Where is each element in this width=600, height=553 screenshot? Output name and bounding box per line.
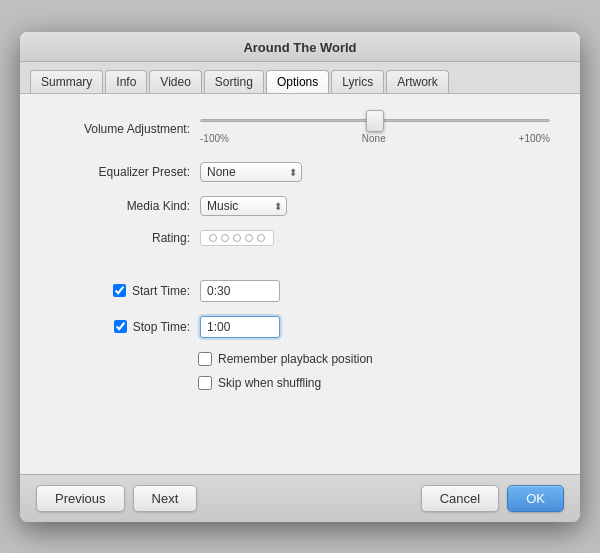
start-time-input[interactable] bbox=[200, 280, 280, 302]
volume-min-label: -100% bbox=[200, 133, 229, 144]
title-bar: Around The World bbox=[20, 32, 580, 62]
stop-time-row: Stop Time: bbox=[50, 316, 550, 338]
start-time-row: Start Time: bbox=[50, 280, 550, 302]
spacer bbox=[50, 260, 550, 280]
volume-section: Volume Adjustment: -100% None +100% bbox=[50, 114, 550, 144]
skip-shuffle-checkbox[interactable] bbox=[198, 376, 212, 390]
volume-label: Volume Adjustment: bbox=[50, 122, 190, 136]
tab-lyrics[interactable]: Lyrics bbox=[331, 70, 384, 93]
footer: Previous Next Cancel OK bbox=[20, 474, 580, 522]
stop-time-label-container: Stop Time: bbox=[50, 320, 190, 334]
media-kind-row: Media Kind: Music Movie TV Show Podcast … bbox=[50, 196, 550, 216]
remember-playback-checkbox[interactable] bbox=[198, 352, 212, 366]
cancel-button[interactable]: Cancel bbox=[421, 485, 499, 512]
start-time-label: Start Time: bbox=[132, 284, 190, 298]
tab-artwork[interactable]: Artwork bbox=[386, 70, 449, 93]
volume-none-label: None bbox=[362, 133, 386, 144]
skip-shuffle-row: Skip when shuffling bbox=[198, 376, 550, 390]
rating-dot-3[interactable] bbox=[233, 234, 241, 242]
next-button[interactable]: Next bbox=[133, 485, 198, 512]
rating-dot-2[interactable] bbox=[221, 234, 229, 242]
rating-label: Rating: bbox=[50, 231, 190, 245]
skip-shuffle-label: Skip when shuffling bbox=[218, 376, 321, 390]
equalizer-label: Equalizer Preset: bbox=[50, 165, 190, 179]
ok-button[interactable]: OK bbox=[507, 485, 564, 512]
remember-playback-label: Remember playback position bbox=[218, 352, 373, 366]
media-kind-select[interactable]: Music Movie TV Show Podcast Audiobook bbox=[200, 196, 287, 216]
footer-left: Previous Next bbox=[36, 485, 197, 512]
rating-dot-1[interactable] bbox=[209, 234, 217, 242]
stop-time-checkbox[interactable] bbox=[114, 320, 127, 333]
volume-slider[interactable] bbox=[200, 114, 550, 128]
equalizer-row: Equalizer Preset: None Acoustic Bass Boo… bbox=[50, 162, 550, 182]
rating-box[interactable] bbox=[200, 230, 274, 246]
stop-time-input[interactable] bbox=[200, 316, 280, 338]
dialog-window: Around The World Summary Info Video Sort… bbox=[20, 32, 580, 522]
remember-playback-row: Remember playback position bbox=[198, 352, 550, 366]
equalizer-select-wrapper: None Acoustic Bass Booster Classical Dan… bbox=[200, 162, 302, 182]
tab-video[interactable]: Video bbox=[149, 70, 201, 93]
rating-row: Rating: bbox=[50, 230, 550, 246]
previous-button[interactable]: Previous bbox=[36, 485, 125, 512]
start-time-label-container: Start Time: bbox=[50, 284, 190, 298]
tab-info[interactable]: Info bbox=[105, 70, 147, 93]
content-area: Volume Adjustment: -100% None +100% Equa… bbox=[20, 94, 580, 474]
tab-options[interactable]: Options bbox=[266, 70, 329, 93]
stop-time-label: Stop Time: bbox=[133, 320, 190, 334]
window-title: Around The World bbox=[243, 40, 356, 55]
tab-sorting[interactable]: Sorting bbox=[204, 70, 264, 93]
equalizer-select[interactable]: None Acoustic Bass Booster Classical Dan… bbox=[200, 162, 302, 182]
media-kind-select-wrapper: Music Movie TV Show Podcast Audiobook bbox=[200, 196, 287, 216]
start-time-checkbox[interactable] bbox=[113, 284, 126, 297]
media-kind-label: Media Kind: bbox=[50, 199, 190, 213]
slider-labels: -100% None +100% bbox=[200, 133, 550, 144]
footer-right: Cancel OK bbox=[421, 485, 564, 512]
volume-max-label: +100% bbox=[519, 133, 550, 144]
tab-bar: Summary Info Video Sorting Options Lyric… bbox=[20, 62, 580, 94]
rating-dot-4[interactable] bbox=[245, 234, 253, 242]
tab-summary[interactable]: Summary bbox=[30, 70, 103, 93]
rating-dot-5[interactable] bbox=[257, 234, 265, 242]
slider-container: -100% None +100% bbox=[200, 114, 550, 144]
